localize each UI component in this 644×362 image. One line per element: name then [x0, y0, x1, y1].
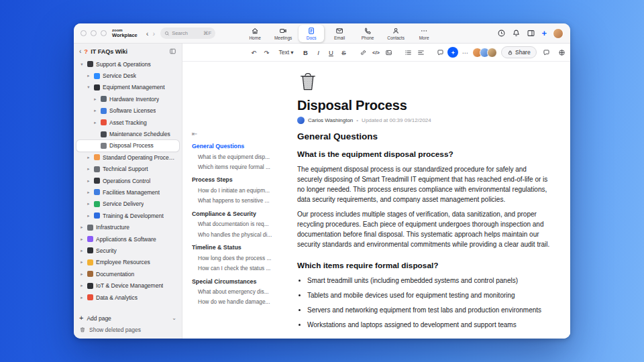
fullscreen-window-button[interactable]	[101, 30, 107, 36]
chevron-right-icon[interactable]: ▸	[86, 213, 91, 219]
nav-tab-home[interactable]: Home	[242, 25, 268, 42]
chevron-right-icon[interactable]: ▸	[86, 73, 91, 78]
toc-item[interactable]: Which items require formal ...	[192, 162, 284, 172]
chevron-right-icon[interactable]: ▸	[79, 225, 85, 230]
chevron-right-icon[interactable]: ▸	[79, 272, 85, 277]
minimize-window-button[interactable]	[91, 30, 97, 36]
chevron-down-icon[interactable]: ⌄	[172, 315, 176, 321]
chevron-right-icon[interactable]: ▸	[79, 259, 85, 265]
author-name[interactable]: Carlos Washington	[308, 117, 353, 123]
text-style-dropdown[interactable]: Text ▾	[280, 46, 292, 58]
chevron-right-icon[interactable]: ▸	[86, 166, 91, 172]
toggle-panel-icon[interactable]	[527, 29, 535, 38]
sidebar-item-equipment-management[interactable]: ▾Equipment Management	[76, 82, 179, 93]
sidebar-item-technical-support[interactable]: ▸Technical Support	[76, 164, 179, 175]
sidebar-back-button[interactable]: ‹	[79, 48, 81, 55]
chevron-right-icon[interactable]: ▸	[86, 155, 91, 160]
chevron-right-icon[interactable]: ▸	[79, 237, 85, 242]
toc-item[interactable]: Who handles the physical di...	[192, 229, 284, 239]
close-window-button[interactable]	[80, 30, 87, 36]
ai-companion-button[interactable]	[447, 47, 458, 58]
link-button[interactable]	[358, 46, 369, 58]
toc-section-title[interactable]: Compliance & Security	[192, 210, 284, 217]
collapse-sidebar-icon[interactable]	[169, 48, 176, 55]
chevron-right-icon[interactable]: ▸	[93, 120, 98, 125]
publish-globe-button[interactable]	[556, 46, 568, 58]
document-title[interactable]: Disposal Process	[297, 98, 552, 113]
nav-tab-email[interactable]: Email	[327, 25, 352, 42]
toc-section-title[interactable]: Timeline & Status	[192, 244, 284, 251]
forward-button[interactable]: ›	[150, 29, 157, 38]
sidebar-item-facilities-management[interactable]: ▸Facilities Management	[76, 186, 179, 198]
toc-section-title[interactable]: Process Steps	[192, 176, 284, 183]
show-deleted-pages-button[interactable]: Show deleted pages	[79, 326, 176, 333]
toolbar-more-button[interactable]: ⋯	[460, 46, 471, 58]
document-emoji-trash-icon[interactable]	[297, 71, 319, 93]
sidebar-item-iot-device-management[interactable]: ▸IoT & Device Management	[76, 280, 179, 291]
bullet-item[interactable]: Tablets and mobile devices used for equi…	[307, 290, 552, 300]
author-avatar[interactable]	[297, 117, 305, 124]
sidebar-item-service-desk[interactable]: ▸Service Desk	[76, 70, 179, 81]
nav-tab-more[interactable]: More	[411, 25, 437, 42]
chevron-right-icon[interactable]: ▸	[86, 201, 91, 206]
nav-tab-meetings[interactable]: Meetings	[270, 25, 296, 42]
chevron-right-icon[interactable]: ▸	[86, 190, 91, 195]
sidebar-item-software-licenses[interactable]: ▸Software Licenses	[76, 105, 179, 117]
search-input[interactable]: Search ⌘F	[160, 27, 215, 39]
paragraph[interactable]: Our process includes multiple stages of …	[297, 209, 552, 249]
collapse-toc-icon[interactable]: ⇤	[192, 130, 284, 137]
toc-item[interactable]: What is the equipment disp...	[192, 152, 284, 162]
toc-section-title[interactable]: General Questions	[192, 143, 284, 149]
question-heading[interactable]: What is the equipment disposal process?	[297, 149, 552, 159]
back-button[interactable]: ‹	[144, 29, 151, 38]
sidebar-item-hardware-inventory[interactable]: ▸Hardware Inventory	[76, 93, 179, 105]
sidebar-item-support-operations[interactable]: ▾Support & Operations	[76, 58, 179, 70]
chevron-right-icon[interactable]: ▸	[79, 295, 85, 300]
sidebar-item-infrastructure[interactable]: ▸Infrastructure	[76, 221, 179, 233]
nav-tab-docs[interactable]: Docs	[299, 25, 324, 42]
sidebar-item-operations-control[interactable]: ▸Operations Control	[76, 175, 179, 186]
sidebar-item-security[interactable]: ▸Security	[76, 245, 179, 256]
toc-item[interactable]: How do we handle damage...	[192, 297, 284, 307]
undo-button[interactable]: ↶	[248, 46, 260, 58]
sidebar-item-applications-software[interactable]: ▸Applications & Software	[76, 233, 179, 245]
redo-button[interactable]: ↷	[261, 46, 272, 58]
code-button[interactable]: </>	[370, 46, 382, 58]
sidebar-item-data-analytics[interactable]: ▸Data & Analytics	[76, 292, 179, 303]
sidebar-item-service-delivery[interactable]: ▸Service Delivery	[76, 198, 179, 210]
toc-item[interactable]: What documentation is req...	[192, 219, 284, 229]
chevron-down-icon[interactable]: ▾	[86, 84, 91, 90]
sidebar-item-disposal-process[interactable]: Disposal Process	[76, 140, 179, 152]
bullet-item[interactable]: Smart treadmill units (including embedde…	[307, 276, 552, 286]
sidebar-item-documentation[interactable]: ▸Documentation	[76, 268, 179, 280]
chevron-down-icon[interactable]: ▾	[79, 62, 85, 67]
collaborator-avatar[interactable]	[487, 48, 497, 58]
nav-tab-phone[interactable]: Phone	[355, 25, 380, 42]
add-page-button[interactable]: + Add page ⌄	[79, 314, 176, 322]
align-button[interactable]	[415, 46, 427, 58]
bullet-item[interactable]: Workstations and laptops assigned to dev…	[307, 320, 552, 330]
chevron-right-icon[interactable]: ▸	[93, 108, 98, 113]
share-button[interactable]: Share	[501, 46, 537, 58]
sidebar-item-training-development[interactable]: ▸Training & Development	[76, 210, 179, 221]
notifications-bell-icon[interactable]	[512, 29, 521, 38]
sidebar-item-standard-operating-procedures[interactable]: ▸Standard Operating Procedures	[76, 152, 179, 163]
toc-item[interactable]: What happens to sensitive ...	[192, 196, 284, 206]
toc-item[interactable]: How do I initiate an equipm...	[192, 185, 284, 195]
toc-item[interactable]: How can I check the status ...	[192, 263, 284, 273]
paragraph[interactable]: The equipment disposal process is our st…	[297, 164, 552, 204]
underline-button[interactable]: U	[325, 46, 337, 58]
section-heading[interactable]: General Questions	[297, 131, 552, 141]
chat-button[interactable]	[541, 46, 552, 58]
sidebar-item-maintenance-schedules[interactable]: Maintenance Schedules	[76, 128, 179, 139]
toc-item[interactable]: What about emergency dis...	[192, 287, 284, 297]
chevron-right-icon[interactable]: ▸	[79, 248, 85, 253]
strikethrough-button[interactable]: S	[338, 46, 350, 58]
bullet-list-button[interactable]	[402, 46, 414, 58]
history-icon[interactable]	[497, 29, 506, 38]
image-button[interactable]	[383, 46, 394, 58]
toc-section-title[interactable]: Special Circumstances	[192, 278, 284, 285]
chevron-right-icon[interactable]: ▸	[86, 178, 91, 184]
bold-button[interactable]: B	[300, 46, 311, 58]
user-avatar[interactable]	[553, 28, 564, 39]
